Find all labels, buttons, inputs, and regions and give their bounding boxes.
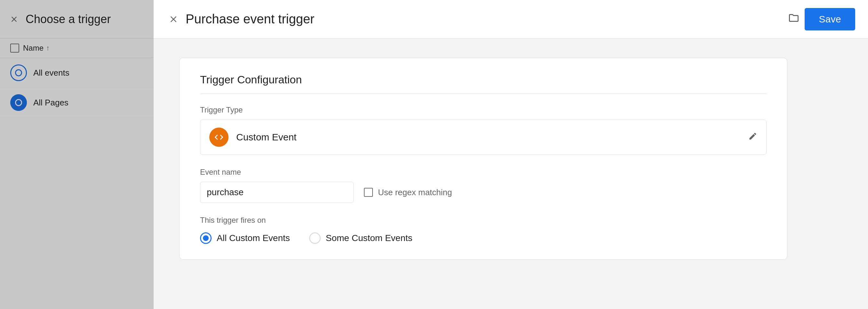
main-header-close-button[interactable] xyxy=(166,12,181,26)
sort-label[interactable]: Name ↑ xyxy=(23,44,50,53)
radio-inner-all-custom xyxy=(203,235,209,241)
edit-pencil-icon[interactable] xyxy=(748,132,757,143)
config-card: Trigger Configuration Trigger Type Custo… xyxy=(179,58,787,260)
all-pages-icon-inner xyxy=(15,99,22,106)
event-name-row: Use regex matching xyxy=(200,182,767,203)
trigger-type-box[interactable]: Custom Event xyxy=(200,119,767,155)
radio-circle-all-custom xyxy=(200,232,212,244)
left-panel-title: Choose a trigger xyxy=(26,12,111,26)
radio-group: All Custom Events Some Custom Events xyxy=(200,232,767,244)
all-events-icon-inner xyxy=(15,69,22,76)
save-button[interactable]: Save xyxy=(805,8,855,30)
all-events-icon xyxy=(10,64,27,81)
folder-icon[interactable] xyxy=(788,12,800,26)
radio-some-custom-events[interactable]: Some Custom Events xyxy=(309,232,412,244)
sort-checkbox[interactable] xyxy=(10,44,19,53)
all-pages-label: All Pages xyxy=(33,98,68,108)
all-events-label: All events xyxy=(33,68,69,78)
trigger-type-name: Custom Event xyxy=(236,132,741,143)
fires-on-label: This trigger fires on xyxy=(200,216,767,225)
left-panel: Choose a trigger Name ↑ All events All P… xyxy=(0,0,154,309)
radio-label-some-custom: Some Custom Events xyxy=(326,233,412,243)
content-area: Trigger Configuration Trigger Type Custo… xyxy=(154,38,868,309)
regex-label: Use regex matching xyxy=(378,188,452,197)
config-card-title: Trigger Configuration xyxy=(200,74,767,94)
sort-row: Name ↑ xyxy=(0,38,153,58)
all-pages-icon xyxy=(10,94,27,111)
event-name-label: Event name xyxy=(200,168,767,177)
custom-event-icon xyxy=(209,128,228,147)
trigger-type-section: Trigger Type Custom Event xyxy=(200,106,767,155)
regex-checkbox[interactable] xyxy=(364,188,373,197)
sort-arrow-icon: ↑ xyxy=(46,44,50,52)
radio-circle-some-custom xyxy=(309,232,321,244)
trigger-type-label: Trigger Type xyxy=(200,106,767,114)
main-panel: Purchase event trigger Save Trigger Conf… xyxy=(154,0,868,309)
fires-on-section: This trigger fires on All Custom Events … xyxy=(200,216,767,244)
event-name-input[interactable] xyxy=(200,182,354,203)
main-header: Purchase event trigger Save xyxy=(154,0,868,38)
event-name-section: Event name Use regex matching xyxy=(200,168,767,203)
regex-row: Use regex matching xyxy=(364,188,452,197)
radio-label-all-custom: All Custom Events xyxy=(217,233,290,243)
main-header-title: Purchase event trigger xyxy=(186,12,780,26)
radio-all-custom-events[interactable]: All Custom Events xyxy=(200,232,290,244)
left-panel-close-button[interactable] xyxy=(8,13,21,26)
list-item-all-pages[interactable]: All Pages xyxy=(0,88,153,118)
left-panel-header: Choose a trigger xyxy=(0,0,153,38)
list-item-all-events[interactable]: All events xyxy=(0,58,153,88)
